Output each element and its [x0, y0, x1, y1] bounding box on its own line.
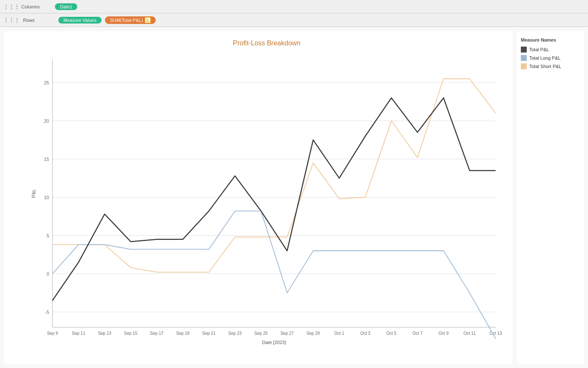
svg-text:-5: -5	[45, 310, 49, 315]
legend-item-total: Total P&L	[521, 47, 580, 53]
chart-inner: -50510152025Sep 9Sep 11Sep 13Sep 15Sep 1…	[29, 51, 504, 350]
svg-text:25: 25	[44, 80, 49, 85]
svg-text:Oct 3: Oct 3	[360, 331, 370, 336]
legend-label-total: Total P&L	[529, 47, 549, 52]
svg-text:Sep 29: Sep 29	[306, 331, 320, 336]
warning-icon: △	[145, 17, 151, 23]
legend-swatch-total	[521, 47, 527, 53]
columns-label: Columns	[21, 4, 55, 9]
legend-title: Measure Names	[521, 37, 580, 42]
legend-item-long: Total Long P&L	[521, 55, 580, 61]
svg-text:Oct 7: Oct 7	[413, 331, 423, 336]
rows-pill1[interactable]: Measure Values	[58, 17, 102, 24]
svg-text:Sep 25: Sep 25	[254, 331, 268, 336]
svg-text:Sep 15: Sep 15	[124, 331, 138, 336]
svg-text:Date [2023]: Date [2023]	[262, 340, 286, 345]
columns-icon: ⋮⋮⋮	[3, 3, 20, 10]
legend-swatch-long	[521, 55, 527, 61]
legend-panel: Measure Names Total P&L Total Long P&L T…	[517, 31, 584, 364]
legend-swatch-short	[521, 63, 527, 69]
legend-label-long: Total Long P&L	[529, 55, 561, 60]
svg-text:15: 15	[44, 157, 49, 162]
rows-icon: ⋮⋮⋮	[3, 17, 20, 23]
svg-text:5: 5	[47, 233, 49, 238]
svg-text:Oct 1: Oct 1	[334, 331, 344, 336]
rows-toolbar: ⋮⋮⋮ Rows Measure Values SUM(Total P&L) △	[0, 13, 588, 27]
svg-text:0: 0	[47, 271, 49, 276]
svg-text:Sep 9: Sep 9	[47, 331, 58, 336]
svg-text:Oct 11: Oct 11	[463, 331, 476, 336]
columns-pill[interactable]: Date1	[55, 3, 77, 10]
svg-text:Sep 27: Sep 27	[280, 331, 294, 336]
svg-text:Oct 9: Oct 9	[439, 331, 449, 336]
chart-title: Profit-Loss Breakdown	[29, 39, 504, 47]
columns-toolbar: ⋮⋮⋮ Columns Date1	[0, 0, 588, 13]
svg-text:P&L: P&L	[31, 189, 36, 198]
svg-text:10: 10	[44, 195, 49, 200]
chart-svg: -50510152025Sep 9Sep 11Sep 13Sep 15Sep 1…	[29, 51, 504, 350]
legend-item-short: Total Short P&L	[521, 63, 580, 69]
chart-area: Profit-Loss Breakdown -50510152025Sep 9S…	[0, 27, 588, 368]
svg-text:Sep 11: Sep 11	[72, 331, 85, 336]
svg-text:Sep 19: Sep 19	[176, 331, 190, 336]
svg-text:Sep 23: Sep 23	[228, 331, 242, 336]
svg-text:Oct 5: Oct 5	[387, 331, 397, 336]
svg-text:Sep 21: Sep 21	[202, 331, 216, 336]
rows-label: Rows	[23, 18, 57, 23]
legend-label-short: Total Short P&L	[529, 64, 561, 69]
svg-text:20: 20	[44, 118, 49, 124]
chart-container: Profit-Loss Breakdown -50510152025Sep 9S…	[4, 31, 512, 364]
svg-text:Sep 17: Sep 17	[150, 331, 164, 336]
rows-pill2[interactable]: SUM(Total P&L) △	[105, 16, 156, 24]
svg-text:Sep 13: Sep 13	[98, 331, 111, 336]
